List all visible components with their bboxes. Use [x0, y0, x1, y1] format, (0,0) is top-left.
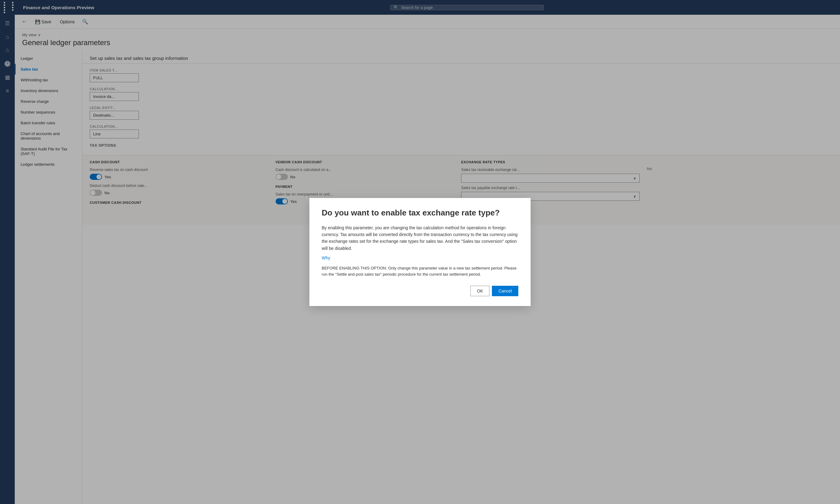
modal-body: By enabling this parameter, you are chan…: [322, 224, 518, 252]
modal-dialog: Do you want to enable tax exchange rate …: [309, 198, 531, 306]
modal-warning: BEFORE ENABLING THIS OPTION: Only change…: [322, 265, 518, 277]
modal-cancel-button[interactable]: Cancel: [492, 286, 518, 296]
modal-why-link[interactable]: Why: [322, 255, 518, 260]
modal-title: Do you want to enable tax exchange rate …: [322, 208, 518, 218]
modal-ok-button[interactable]: OK: [470, 286, 490, 296]
modal-overlay: Do you want to enable tax exchange rate …: [0, 0, 840, 504]
modal-buttons: OK Cancel: [322, 286, 518, 296]
